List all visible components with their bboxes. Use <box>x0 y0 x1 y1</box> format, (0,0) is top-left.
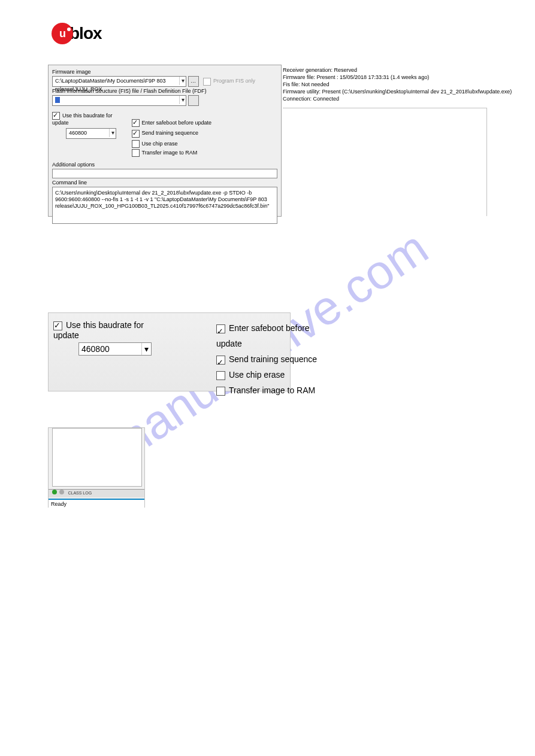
fis-file-dropdown[interactable] <box>52 95 186 106</box>
training-label-large: Send training sequence <box>229 354 317 364</box>
firmware-image-label: Firmware image <box>52 69 277 75</box>
ublox-logo: ublox <box>52 23 102 44</box>
baudrate-label: Use this baudrate for update <box>52 113 113 126</box>
transfer-ram-label: Transfer image to RAM <box>142 150 198 156</box>
options-detail-panel: Use this baudrate for update 460800 Ente… <box>48 312 291 391</box>
firmware-path-dropdown[interactable]: C:\LaptopDataMaster\My Documents\F9P 803… <box>52 76 186 87</box>
program-fis-checkbox <box>203 78 211 86</box>
baudrate-dropdown[interactable]: 460800 <box>66 128 116 139</box>
safeboot-label: Enter safeboot before update <box>142 120 212 126</box>
additional-options-label: Additional options <box>52 162 277 168</box>
command-line-label: Command line <box>52 180 277 186</box>
additional-options-input[interactable] <box>52 169 277 178</box>
firmware-panel: Firmware image C:\LaptopDataMaster\My Do… <box>48 65 282 217</box>
baudrate-label-large: Use this baudrate for update <box>53 320 144 340</box>
transfer-ram-label-large: Transfer image to RAM <box>229 385 315 395</box>
safeboot-checkbox[interactable] <box>132 119 140 127</box>
logo-mark: u <box>52 23 73 44</box>
training-checkbox[interactable] <box>132 130 140 138</box>
status-green-icon <box>52 490 57 494</box>
command-line-text: C:\Users\nunking\Desktop\uInternal dev 2… <box>52 187 277 224</box>
chip-erase-label-large: Use chip erase <box>229 370 285 379</box>
footer-panel: CLASS LOG Ready <box>48 427 145 508</box>
firmware-utility-status: Firmware utility: Present (C:\Users\nunk… <box>283 89 486 95</box>
class-log-label: CLASS LOG <box>68 491 92 495</box>
safeboot-checkbox-large[interactable] <box>216 324 225 333</box>
training-label: Send training sequence <box>142 130 199 136</box>
status-bar-icons: CLASS LOG <box>49 489 144 497</box>
transfer-ram-checkbox[interactable] <box>132 149 140 157</box>
firmware-file-status: Firmware file: Present : 15/05/2018 17:3… <box>283 74 486 80</box>
status-panel: Receiver generation: Reserved Firmware f… <box>283 66 486 105</box>
safeboot-label-large: Enter safeboot before update <box>216 323 310 348</box>
list-area <box>52 428 142 487</box>
chip-erase-checkbox-large[interactable] <box>216 371 225 380</box>
ready-status: Ready <box>49 499 144 508</box>
baudrate-checkbox-large[interactable] <box>53 321 62 330</box>
baudrate-checkbox[interactable] <box>52 112 60 120</box>
chip-erase-label: Use chip erase <box>142 141 178 147</box>
receiver-generation: Receiver generation: Reserved <box>283 67 486 73</box>
baudrate-dropdown-large[interactable]: 460800 <box>78 342 152 356</box>
training-checkbox-large[interactable] <box>216 356 225 365</box>
connection-status: Connection: Connected <box>283 96 486 102</box>
fis-browse-button[interactable] <box>188 95 199 106</box>
log-area <box>283 108 487 216</box>
chip-erase-checkbox[interactable] <box>132 140 140 148</box>
fis-file-status: Fis file: Not needed <box>283 81 486 87</box>
browse-button[interactable]: … <box>188 76 199 87</box>
program-fis-label: Program FIS only <box>213 78 255 84</box>
status-grey-icon <box>59 490 64 494</box>
transfer-ram-checkbox-large[interactable] <box>216 387 225 396</box>
